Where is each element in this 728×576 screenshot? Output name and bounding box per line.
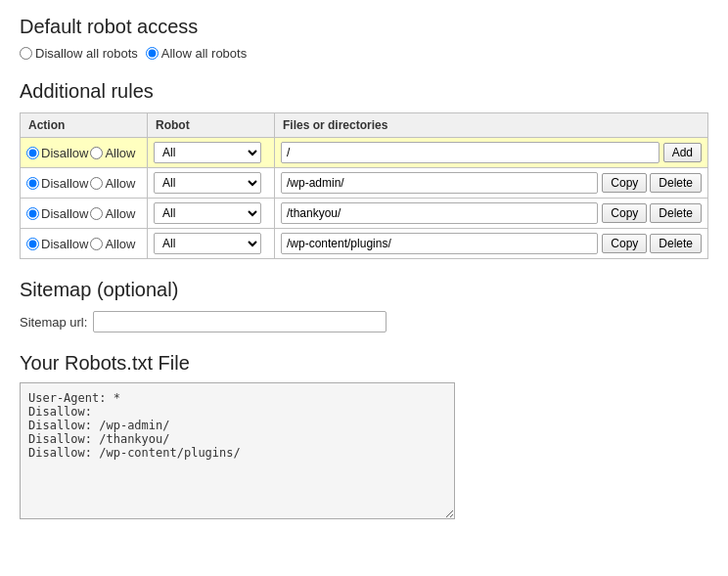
table-row: Disallow Allow All Googlebot Bingbot Add (21, 138, 708, 168)
path-input-3[interactable] (281, 233, 598, 254)
path-input-0[interactable] (281, 142, 660, 163)
allow-all-label[interactable]: Allow all robots (146, 46, 247, 61)
robots-txt-textarea[interactable] (20, 382, 455, 519)
disallow-radio-1[interactable] (26, 177, 39, 190)
disallow-radio-label-0[interactable]: Disallow (26, 146, 88, 160)
delete-button-3[interactable]: Delete (650, 234, 702, 253)
robot-cell-1: All Googlebot Bingbot (148, 168, 275, 199)
delete-button-1[interactable]: Delete (650, 173, 702, 193)
btn-group-0: Add (663, 143, 702, 162)
robot-select-2[interactable]: All Googlebot Bingbot (154, 202, 261, 224)
delete-button-2[interactable]: Delete (650, 203, 702, 223)
action-cell-1: Disallow Allow (21, 168, 148, 199)
disallow-radio-3[interactable] (26, 238, 39, 250)
btn-group-1: CopyDelete (602, 173, 702, 193)
robot-cell-0: All Googlebot Bingbot (148, 138, 275, 168)
copy-button-2[interactable]: Copy (602, 203, 647, 223)
robot-cell-2: All Googlebot Bingbot (148, 199, 275, 229)
robots-txt-heading: Your Robots.txt File (20, 352, 708, 375)
path-cell-3: CopyDelete (275, 229, 708, 259)
copy-button-1[interactable]: Copy (602, 173, 647, 193)
allow-radio-label-3[interactable]: Allow (90, 237, 135, 251)
allow-label-3: Allow (105, 237, 135, 251)
sitemap-row: Sitemap url: (20, 311, 708, 332)
col-header-action: Action (21, 113, 148, 138)
allow-radio-label-1[interactable]: Allow (90, 176, 135, 191)
path-cell-0: Add (275, 138, 708, 168)
sitemap-url-label: Sitemap url: (20, 315, 87, 330)
disallow-radio-label-2[interactable]: Disallow (26, 206, 88, 221)
robot-cell-3: All Googlebot Bingbot (148, 229, 275, 259)
sitemap-url-input[interactable] (93, 311, 387, 332)
allow-label-0: Allow (105, 146, 135, 160)
default-robot-access-section: Default robot access Disallow all robots… (20, 16, 708, 61)
allow-label-2: Allow (105, 206, 135, 221)
disallow-radio-0[interactable] (26, 147, 39, 159)
copy-button-3[interactable]: Copy (602, 234, 647, 253)
allow-all-radio[interactable] (146, 47, 159, 60)
btn-group-2: CopyDelete (602, 203, 702, 223)
table-row: Disallow Allow All Googlebot Bingbot Cop… (21, 199, 708, 229)
path-input-1[interactable] (281, 172, 598, 194)
allow-label-1: Allow (105, 176, 135, 191)
robots-txt-section: Your Robots.txt File (20, 352, 708, 519)
path-input-2[interactable] (281, 202, 598, 224)
action-cell-3: Disallow Allow (21, 229, 148, 259)
table-row: Disallow Allow All Googlebot Bingbot Cop… (21, 229, 708, 259)
add-button-0[interactable]: Add (663, 143, 702, 162)
path-cell-1: CopyDelete (275, 168, 708, 199)
sitemap-heading: Sitemap (optional) (20, 279, 708, 301)
default-access-heading: Default robot access (20, 16, 708, 38)
allow-radio-0[interactable] (90, 147, 103, 159)
disallow-radio-2[interactable] (26, 207, 39, 220)
allow-radio-2[interactable] (90, 207, 103, 220)
disallow-all-radio[interactable] (20, 47, 32, 60)
col-header-robot: Robot (148, 113, 275, 138)
disallow-radio-label-3[interactable]: Disallow (26, 237, 88, 251)
allow-radio-label-0[interactable]: Allow (90, 146, 135, 160)
allow-all-text: Allow all robots (161, 46, 247, 61)
robot-access-radio-group: Disallow all robots Allow all robots (20, 46, 708, 61)
allow-radio-3[interactable] (90, 238, 103, 250)
allow-radio-label-2[interactable]: Allow (90, 206, 135, 221)
action-cell-0: Disallow Allow (21, 138, 148, 168)
disallow-label-0: Disallow (41, 146, 88, 160)
disallow-label-2: Disallow (41, 206, 88, 221)
disallow-all-text: Disallow all robots (35, 46, 138, 61)
table-row: Disallow Allow All Googlebot Bingbot Cop… (21, 168, 708, 199)
robot-select-3[interactable]: All Googlebot Bingbot (154, 233, 261, 254)
allow-radio-1[interactable] (90, 177, 103, 190)
action-cell-2: Disallow Allow (21, 199, 148, 229)
additional-rules-heading: Additional rules (20, 80, 708, 103)
additional-rules-section: Additional rules Action Robot Files or d… (20, 80, 708, 259)
rules-table: Action Robot Files or directories Disall… (20, 112, 708, 259)
robot-select-0[interactable]: All Googlebot Bingbot (154, 142, 261, 163)
disallow-all-label[interactable]: Disallow all robots (20, 46, 138, 61)
disallow-radio-label-1[interactable]: Disallow (26, 176, 88, 191)
disallow-label-1: Disallow (41, 176, 88, 191)
robot-select-1[interactable]: All Googlebot Bingbot (154, 172, 261, 194)
btn-group-3: CopyDelete (602, 234, 702, 253)
path-cell-2: CopyDelete (275, 199, 708, 229)
col-header-files: Files or directories (275, 113, 708, 138)
sitemap-section: Sitemap (optional) Sitemap url: (20, 279, 708, 332)
disallow-label-3: Disallow (41, 237, 88, 251)
